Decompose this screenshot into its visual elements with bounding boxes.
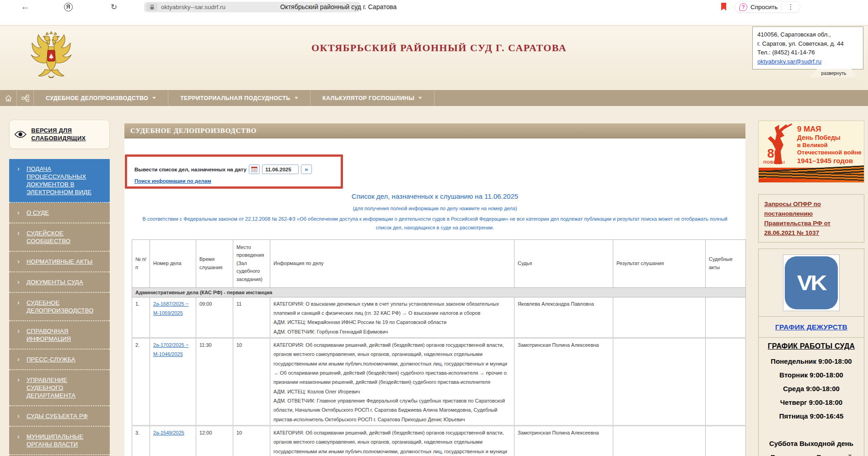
case-number-cell: 2а-1687/2025 ~М-1059/2025 [150,297,196,338]
sidebar-item-label: СУДЕБНОЕ ДЕЛОПРОИЗВОДСТВО [27,299,104,314]
url-text: oktyabrsky--sar.sudrf.ru [161,4,225,11]
sidebar-item[interactable]: ›СУДЕБНОЕ ДЕЛОПРОИЗВОДСТВО [9,293,110,321]
bookmark-icon[interactable] [721,3,727,13]
sidebar-item[interactable]: ›НОРМАТИВНЫЕ АКТЫ [9,252,110,272]
divider [781,3,782,11]
main-content: СУДЕБНОЕ ДЕЛОПРОИЗВОДСТВО Вывести список… [124,123,745,456]
case-search-link[interactable]: Поиск информации по делам [134,178,211,184]
courtroom-cell: 10 [233,425,270,456]
contact-line: Тел.: (8452) 41-14-76 [757,48,858,57]
chevron-right-icon: › [17,209,20,217]
result-cell [613,425,706,456]
victory-day-banner[interactable]: 80 ПОБЕДА! 9 МАЯ День Победы в Великой О… [758,121,864,183]
sidebar-item[interactable]: ›ДОКУМЕНТЫ СУДА [9,272,110,293]
vk-logo-frame[interactable]: VK [783,255,840,311]
table-header-cell: Результат слушания [613,239,706,287]
sidebar-item[interactable]: ›ПРЕСС-СЛУЖБА [9,350,110,370]
schedule-row: Пятница 9:00-16:45 [761,409,861,423]
kebab-menu-icon[interactable]: ⋮ [785,3,797,11]
sitemap-button[interactable] [17,90,34,106]
sidebar-item-label: ПОДАЧА ПРОЦЕССУАЛЬНЫХ ДОКУМЕНТОВ В ЭЛЕКТ… [27,165,104,196]
ask-bubble-icon: ? [739,3,747,11]
case-list-subtitle: (для получения полной информации по делу… [124,206,745,211]
table-header-cell: Номер дела [150,239,196,287]
table-header-cell: Судья [514,239,613,287]
yandex-browser-icon[interactable]: Я [61,0,75,14]
table-row: 2.2а-1702/2025 ~М-1046/202511:3010КАТЕГО… [132,338,746,425]
sidebar-item-label: СУДЫ СУБЪЕКТА РФ [27,412,104,420]
expand-contact-button[interactable]: развернуть [810,69,857,77]
hearing-time-cell: 11:30 [196,338,233,425]
result-cell [613,338,706,425]
nav-item-label: СУДЕБНОЕ ДЕЛОПРОИЗВОДСТВО [46,95,148,101]
home-button[interactable] [0,90,17,106]
case-info-cell: КАТЕГОРИЯ: Об оспаривании решений, дейст… [270,338,514,425]
sidebar-item-label: СПРАВОЧНАЯ ИНФОРМАЦИЯ [27,327,104,343]
case-number-link[interactable]: 2а-1687/2025 ~ [153,299,193,308]
chevron-right-icon: › [17,278,20,286]
vk-cell: VK [758,249,864,317]
sidebar-item-label: ПРЕСС-СЛУЖБА [27,355,104,363]
case-list-title: Список дел, назначенных к слушанию на 11… [124,192,745,200]
ask-label: Спросить [750,4,778,11]
sidebar-item-label: О СУДЕ [27,209,104,217]
contact-email-link[interactable]: oktyabrsky.sar@sudrf.ru [757,58,821,65]
row-number-cell: 1. [132,297,150,338]
section-title-bar: СУДЕБНОЕ ДЕЛОПРОИЗВОДСТВО [124,123,745,138]
rail-stack: VK ГРАФИК ДЕЖУРСТВ ГРАФИК РАБОТЫ СУДА По… [758,249,864,456]
contact-card: 410056, Саратовская обл., г. Саратов, ул… [752,27,863,69]
show-list-button[interactable]: » [301,164,312,174]
case-number-link[interactable]: М-1046/2025 [153,350,193,359]
sidebar-item[interactable]: ›УПРАВЛЕНИЕ СУДЕБНОГО ДЕПАРТАМЕНТА [9,370,110,406]
table-header-cell: Время слушания [196,239,233,287]
nav-item[interactable]: СУДЕБНОЕ ДЕЛОПРОИЗВОДСТВО [34,90,168,106]
sidebar-item[interactable]: ›ПОДАЧА ПРОЦЕССУАЛЬНЫХ ДОКУМЕНТОВ В ЭЛЕК… [9,159,110,203]
acts-cell [706,297,746,338]
case-number-link[interactable]: М-1059/2025 [153,308,193,318]
schedule-row: Вторник 9:00-18:00 [761,368,861,382]
schedule-row: Понедельник 9:00-18:00 [761,355,861,368]
sidebar-item[interactable]: ›О СУДЕ [9,203,110,223]
work-schedule-cell: ГРАФИК РАБОТЫ СУДА Понедельник 9:00-18:0… [758,337,864,456]
main-nav: СУДЕБНОЕ ДЕЛОПРОИЗВОДСТВОТЕРРИТОРИАЛЬНАЯ… [0,90,868,106]
table-header-cell: Место проведения (Зал судебного заседани… [233,239,270,287]
back-icon[interactable]: ← [18,0,32,14]
date-input[interactable] [262,164,299,174]
coat-of-arms-icon [28,31,74,84]
vk-icon: VK [785,256,838,309]
legal-disclaimer: В соответствии с Федеральным законом от … [140,215,730,233]
hearing-time-cell: 09:00 [196,297,233,338]
ask-button[interactable]: ? Спросить ⋮ [734,1,800,13]
sidebar-item[interactable]: ›СУДЕЙСКОЕ СООБЩЕСТВО [9,223,110,252]
case-number-link[interactable]: 2а-1549/2025 [153,428,193,437]
chevron-right-icon: › [17,258,20,265]
duty-schedule-link[interactable]: ГРАФИК ДЕЖУРСТВ [775,323,847,331]
duty-schedule-cell: ГРАФИК ДЕЖУРСТВ [758,316,864,338]
page-title: Октябрьский районный суд г. Саратова [256,0,421,14]
case-info-text: КАТЕГОРИЯ: Об оспаривании решений, дейст… [273,428,511,456]
hearing-time-cell: 12:00 [196,425,233,456]
sidebar-item-label: МУНИЦИПАЛЬНЫЕ ОРГАНЫ ВЛАСТИ [27,433,104,448]
chevron-down-icon [295,97,298,99]
sidebar-item-label: ДОКУМЕНТЫ СУДА [27,278,104,286]
work-schedule-title: ГРАФИК РАБОТЫ СУДА [761,342,861,350]
courtroom-cell: 11 [233,297,270,338]
opfr-link[interactable]: Запросы ОПФР по постановлению Правительс… [764,201,830,236]
sidebar-item-label: НОРМАТИВНЫЕ АКТЫ [27,258,104,265]
nav-item[interactable]: ТЕРРИТОРИАЛЬНАЯ ПОДСУДНОСТЬ [168,90,311,106]
victory-80-badge: 80 ПОБЕДА! [763,148,785,164]
table-section-label: Административные дела (КАС РФ) - первая … [132,287,746,297]
case-number-link[interactable]: 2а-1702/2025 ~ [153,340,193,350]
nav-item[interactable]: КАЛЬКУЛЯТОР ГОСПОШЛИНЫ [311,90,434,106]
sidebar-item[interactable]: ›СУДЫ СУБЪЕКТА РФ [9,406,110,427]
courtroom-cell: 10 [233,338,270,425]
calendar-button[interactable] [249,164,260,174]
case-number-cell: 2а-1549/2025 [150,425,196,456]
accessibility-version-button[interactable]: ВЕРСИЯ ДЛЯ СЛАБОВИДЯЩИХ [9,120,110,149]
lock-icon[interactable] [146,3,157,11]
reload-icon[interactable]: ↻ [107,0,121,14]
sidebar-item[interactable]: ›СПРАВОЧНАЯ ИНФОРМАЦИЯ [9,321,110,350]
sidebar-item[interactable]: ›МУНИЦИПАЛЬНЫЕ ОРГАНЫ ВЛАСТИ [9,427,110,455]
double-chevron-icon: » [305,166,308,172]
accessibility-version-label: ВЕРСИЯ ДЛЯ СЛАБОВИДЯЩИХ [31,127,105,142]
